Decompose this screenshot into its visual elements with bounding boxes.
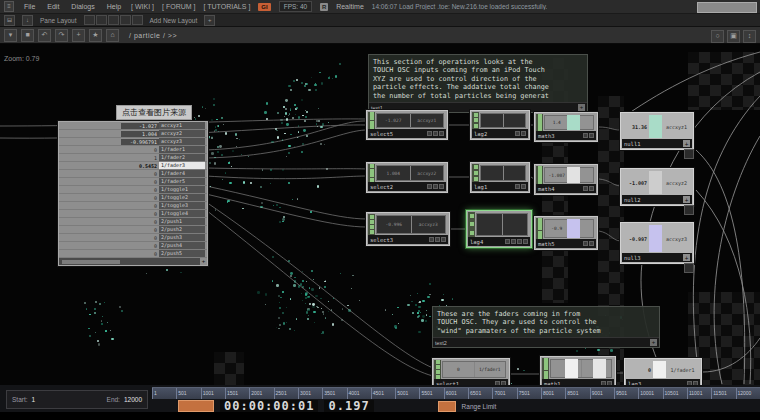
chop-table-row[interactable]: 11/fader2: [59, 154, 207, 162]
save-layout-icon[interactable]: ↓: [22, 15, 33, 26]
chop-table-row[interactable]: 02/push2: [59, 226, 207, 234]
pin-icon[interactable]: ○: [711, 30, 724, 43]
node-null1[interactable]: 31.36accxyz1 null1+: [620, 112, 694, 150]
link-tutorials[interactable]: [ TUTORIALS ]: [204, 3, 251, 10]
input-connectors[interactable]: [368, 112, 375, 129]
scrollbar-thumb[interactable]: [62, 260, 120, 264]
home-icon[interactable]: ⌂: [106, 29, 119, 42]
node-null3[interactable]: -0.997accxyz3 null3+: [620, 222, 694, 264]
node-flags[interactable]: [505, 239, 528, 244]
node-flags[interactable]: [583, 241, 594, 246]
chop-channel-table[interactable]: -1.027accxyz11.004accxyz2-0.996791accxyz…: [58, 121, 208, 266]
node-flags[interactable]: [427, 131, 444, 136]
menu-edit[interactable]: Edit: [45, 3, 61, 10]
node-select2[interactable]: 1.004accxyz2 select2: [366, 162, 448, 193]
comment-node-text1[interactable]: This section of operations looks at the …: [368, 54, 588, 113]
chop-table-row[interactable]: 01/fader1: [59, 146, 207, 154]
layout-preset-buttons[interactable]: [84, 15, 143, 25]
chop-table-row[interactable]: -1.027accxyz1: [59, 122, 207, 130]
chop-table-row[interactable]: 02/push5: [59, 250, 207, 258]
node-name: null3: [624, 255, 641, 261]
breadcrumb[interactable]: / particle / >>: [129, 32, 177, 39]
split-pane-icon[interactable]: ↕: [743, 30, 756, 43]
stop-icon[interactable]: ■: [21, 29, 34, 42]
chop-table-row[interactable]: 01/fader5: [59, 178, 207, 186]
input-connectors[interactable]: [368, 214, 375, 235]
chop-table-row[interactable]: -0.996791accxyz3: [59, 138, 207, 146]
node-math3[interactable]: 1.4 math3: [534, 112, 598, 142]
chop-table-row[interactable]: 02/push4: [59, 242, 207, 250]
window-handle-icon[interactable]: ≡: [4, 1, 14, 12]
table-plus-icon[interactable]: +: [200, 258, 207, 265]
chop-table-row[interactable]: 01/toggle1: [59, 186, 207, 194]
frame-ruler[interactable]: 1501100115012001250130013501400145015001…: [152, 387, 760, 399]
add-new-layout-label[interactable]: Add New Layout: [150, 17, 198, 24]
node-lag1[interactable]: lag1: [470, 162, 530, 193]
menu-file[interactable]: File: [22, 3, 37, 10]
node-select5[interactable]: -1.027accxyz1 select5: [366, 110, 448, 140]
transport-orange-button[interactable]: [178, 400, 214, 412]
realtime-icon[interactable]: R: [320, 3, 328, 11]
chop-table-row[interactable]: 01/toggle2: [59, 194, 207, 202]
input-connectors[interactable]: [536, 218, 543, 239]
range-limit-button[interactable]: [438, 401, 456, 412]
plus-icon[interactable]: +: [683, 254, 690, 261]
plus-icon[interactable]: +: [650, 339, 657, 346]
menu-help[interactable]: Help: [105, 3, 123, 10]
back-icon[interactable]: ↶: [38, 29, 51, 42]
image-source-watermark[interactable]: 点击查看图片来源: [116, 105, 192, 120]
ruler-tick: 5501: [419, 388, 443, 399]
add-icon[interactable]: +: [72, 29, 85, 42]
node-flags[interactable]: [515, 184, 526, 189]
collapse-icon[interactable]: ⊟: [4, 15, 15, 26]
comment-node-text2[interactable]: These are the faders coming in from TOUC…: [432, 306, 660, 348]
value-bar: [567, 167, 580, 183]
input-connectors[interactable]: [468, 212, 475, 237]
input-connectors[interactable]: [536, 114, 543, 131]
input-connectors[interactable]: [472, 164, 479, 182]
plus-icon[interactable]: +: [683, 196, 690, 203]
pane-type-dropdown-icon[interactable]: ▾: [4, 29, 17, 42]
chop-table-row[interactable]: 02/push3: [59, 234, 207, 242]
maximize-icon[interactable]: ▣: [727, 30, 740, 43]
start-value[interactable]: 1: [32, 396, 36, 403]
end-value[interactable]: 12000: [124, 396, 142, 403]
node-flag-box[interactable]: [684, 205, 694, 215]
input-connectors[interactable]: [434, 360, 441, 379]
node-flags[interactable]: [427, 184, 444, 189]
chop-table-row[interactable]: 01/toggle3: [59, 202, 207, 210]
chop-table-row[interactable]: 01/fader4: [59, 170, 207, 178]
node-flags[interactable]: [429, 237, 446, 242]
bookmark-star-icon[interactable]: ★: [89, 29, 102, 42]
input-connectors[interactable]: [472, 112, 479, 129]
link-wiki[interactable]: [ WIKI ]: [131, 3, 154, 10]
node-flag-box[interactable]: [684, 149, 694, 159]
chop-table-row[interactable]: 1.004accxyz2: [59, 130, 207, 138]
node-flags[interactable]: [583, 186, 594, 191]
chop-table-row[interactable]: 0.54521/fader3: [59, 162, 207, 170]
plus-icon[interactable]: +: [578, 104, 585, 111]
chop-table-row[interactable]: 02/push1: [59, 218, 207, 226]
forward-icon[interactable]: ↷: [55, 29, 68, 42]
node-flags[interactable]: [515, 131, 526, 136]
menu-dialogs[interactable]: Dialogs: [69, 3, 96, 10]
input-connectors[interactable]: [542, 358, 549, 379]
link-forum[interactable]: [ FORUM ]: [162, 3, 195, 10]
input-connectors[interactable]: [368, 164, 375, 182]
node-math4[interactable]: -1.007 math4: [534, 164, 598, 195]
node-flags[interactable]: [583, 133, 594, 138]
add-layout-plus-icon[interactable]: +: [204, 15, 215, 26]
node-lag2[interactable]: lag2: [470, 110, 530, 140]
plus-icon[interactable]: +: [683, 140, 690, 147]
node-flag-box[interactable]: [684, 263, 694, 273]
range-start-end[interactable]: Start: 1 End: 12000: [6, 390, 148, 409]
node-select3[interactable]: -0.996accxyz3 select3: [366, 212, 450, 246]
menubar-right-button[interactable]: [697, 2, 757, 13]
node-null2[interactable]: -1.007accxyz2 null2+: [620, 168, 694, 206]
chop-table-row[interactable]: 01/toggle4: [59, 210, 207, 218]
node-math5[interactable]: -0.9 math5: [534, 216, 598, 250]
table-scrollbar[interactable]: +: [59, 258, 207, 265]
node-lag4[interactable]: lag4: [466, 210, 532, 248]
input-connectors[interactable]: [536, 166, 543, 184]
pane-layout-label[interactable]: Pane Layout: [40, 17, 77, 24]
